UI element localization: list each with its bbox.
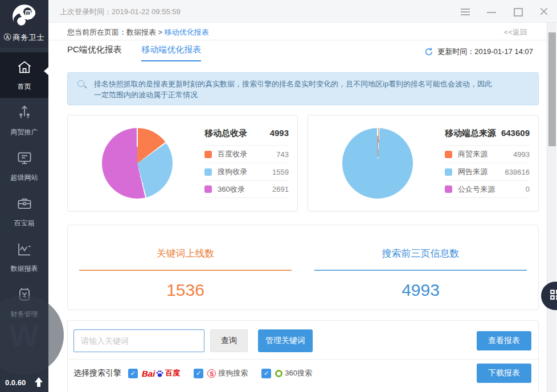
engine-select-label: 选择搜索引擎 (73, 368, 121, 378)
app-logo-block: W Ⓐ商务卫士 (0, 0, 48, 48)
scrollbar[interactable] (547, 23, 556, 392)
refresh-icon[interactable] (424, 47, 433, 56)
manage-keywords-button[interactable]: 管理关键词 (258, 329, 313, 352)
card-title: 移动总收录 (204, 128, 247, 139)
sidebar-item-label: 首页 (18, 82, 31, 92)
baidu-logo-text: Bai (142, 369, 155, 378)
minimize-icon[interactable] (486, 7, 497, 16)
stat-underline-blue (314, 270, 527, 271)
breadcrumb-row: 您当前所在页面：数据报表 > 移动优化报表 <<返回 (48, 23, 547, 40)
sidebar-item-label: 百宝箱 (14, 218, 35, 228)
titlebar: 上次登录时间：2019-01-22 09:55:59 (48, 0, 557, 23)
sidebar-item-label: 商贸推广 (11, 127, 38, 137)
legend-swatch-blue (204, 168, 212, 176)
so360-checkbox[interactable] (261, 369, 271, 378)
notice-banner: 排名快照抓取的是报表更新时刻的真实数据，搜索引擎的排名是实时变化的，且不同地区i… (67, 72, 539, 105)
legend-swatch-magenta (204, 185, 212, 193)
query-button[interactable]: 查询 (210, 329, 248, 352)
baidu-logo-cn: 百度 (165, 368, 180, 378)
toolbox-icon (16, 195, 33, 214)
sidebar-item-promotion[interactable]: 商贸推广 (0, 98, 48, 143)
baidu-paw-icon (155, 369, 164, 377)
sidebar-item-reports[interactable]: 数据报表 (0, 234, 48, 280)
sidebar-item-label: 超级网站 (11, 173, 38, 183)
stats-card: 关键词上线数 1536 搜索前三页信息数 4993 (67, 225, 539, 310)
download-report-button[interactable]: 下载报表 (477, 364, 531, 383)
notice-text: 排名快照抓取的是报表更新时刻的真实数据，搜索引擎的排名是实时变化的，且不同地区i… (94, 80, 492, 99)
engine-sogou: S 搜狗搜索 (194, 368, 248, 378)
legend-swatch-magenta (445, 185, 452, 193)
keyword-search-input[interactable] (73, 329, 204, 352)
promotion-icon (16, 104, 33, 123)
last-login-time: 上次登录时间：2019-01-22 09:55:59 (60, 7, 181, 17)
brand-name: Ⓐ商务卫士 (0, 32, 48, 43)
engine-360: 360搜索 (261, 368, 312, 378)
legend-swatch-blue (445, 168, 452, 176)
sidebar-menu: 首页 商贸推广 超级网站 百宝箱 数据报表 财务管理 (0, 52, 48, 325)
sogou-label: 搜狗搜索 (218, 368, 248, 378)
so360-logo-icon (275, 370, 282, 377)
legend-swatch-orange (204, 151, 212, 158)
report-chart-icon (16, 241, 33, 260)
engine-baidu: Bai 百度 (128, 368, 180, 378)
legend-sources: 移动端总来源 643609 商贸来源 4993 网告来源 638616 公众号来… (445, 128, 530, 198)
brand-label: 商务卫士 (13, 33, 45, 42)
app-version: 0.0.60 (5, 378, 26, 387)
maximize-icon[interactable] (513, 7, 523, 16)
legend-row: 网告来源 638616 (445, 163, 530, 180)
pie-cards-row: 移动总收录 4993 百度收录 743 搜狗收录 1559 360收录 2691 (67, 115, 539, 212)
card-title: 移动端总来源 (445, 128, 496, 139)
legend-row: 搜狗收录 1559 (204, 163, 289, 180)
stat-keywords-online: 关键词上线数 1536 (68, 225, 303, 310)
pie-chart-sources (342, 128, 413, 199)
upgrade-arrow-icon[interactable] (34, 377, 43, 387)
card-total: 4993 (270, 128, 289, 139)
view-report-button[interactable]: 查看报表 (477, 331, 531, 350)
tab-pc-report[interactable]: PC端优化报表 (67, 44, 122, 60)
search-icon (77, 80, 87, 89)
app-logo-icon: W (13, 5, 36, 28)
sidebar-item-toolbox[interactable]: 百宝箱 (0, 189, 48, 234)
tab-mobile-report[interactable]: 移动端优化报表 (141, 44, 201, 61)
logo-shield-w: W (25, 10, 31, 16)
brand-badge-icon: Ⓐ (4, 33, 12, 42)
legend-swatch-orange (445, 151, 452, 158)
baidu-checkbox[interactable] (128, 369, 138, 378)
card-total: 643609 (501, 128, 530, 139)
legend-indexed: 移动总收录 4993 百度收录 743 搜狗收录 1559 360收录 2691 (204, 128, 289, 198)
scrollbar-thumb[interactable] (548, 32, 556, 146)
stat-underline-orange (79, 270, 292, 271)
card-mobile-indexed: 移动总收录 4993 百度收录 743 搜狗收录 1559 360收录 2691 (67, 115, 298, 212)
website-icon (16, 150, 33, 169)
tabs-row: PC端优化报表 移动端优化报表 更新时间：2019-01-17 14:07 (67, 44, 539, 67)
qr-code-icon (549, 288, 557, 303)
stat-value: 1536 (68, 280, 303, 300)
engine-select-row: 选择搜索引擎 Bai 百度 S 搜狗搜索 360搜索 (73, 365, 326, 381)
legend-row: 百度收录 743 (204, 145, 289, 163)
update-time: 更新时间：2019-01-17 14:07 (437, 47, 533, 57)
sidebar: W Ⓐ商务卫士 首页 商贸推广 超级网站 百宝箱 数据报表 财务管理 (0, 0, 48, 392)
so360-label: 360搜索 (285, 368, 312, 378)
keyword-toolbar-card: 查询 管理关键词 查看报表 选择搜索引擎 Bai 百度 S 搜狗搜索 360搜索 (67, 320, 539, 392)
breadcrumb-prefix: 您当前所在页面：数据报表 > (67, 28, 162, 36)
sogou-logo-icon: S (207, 369, 216, 378)
legend-row: 公众号来源 0 (445, 180, 530, 198)
legend-row: 商贸来源 4993 (445, 145, 530, 163)
legend-row: 360收录 2691 (204, 180, 289, 198)
pie-chart-indexed (102, 128, 173, 199)
close-icon[interactable] (539, 7, 549, 16)
home-icon (16, 59, 33, 78)
card-mobile-sources: 移动端总来源 643609 商贸来源 4993 网告来源 638616 公众号来… (308, 115, 539, 212)
breadcrumb-current[interactable]: 移动优化报表 (165, 28, 209, 36)
sogou-checkbox[interactable] (194, 369, 203, 378)
stat-top3-pages: 搜索前三页信息数 4993 (303, 225, 538, 310)
divider (68, 359, 538, 360)
sidebar-item-website[interactable]: 超级网站 (0, 143, 48, 189)
sidebar-item-home[interactable]: 首页 (0, 52, 48, 98)
stat-value: 4993 (303, 280, 538, 300)
content-area: 您当前所在页面：数据报表 > 移动优化报表 <<返回 PC端优化报表 移动端优化… (48, 23, 557, 392)
menu-icon[interactable] (460, 7, 470, 16)
breadcrumb: 您当前所在页面：数据报表 > 移动优化报表 (67, 27, 209, 38)
back-link[interactable]: <<返回 (504, 27, 527, 38)
active-notch (44, 67, 48, 75)
